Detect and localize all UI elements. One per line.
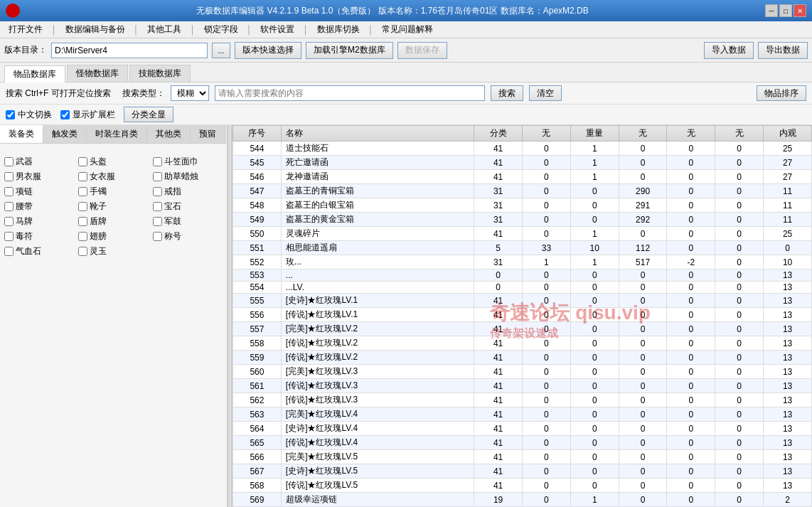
cell-value[interactable]: 1	[570, 255, 619, 269]
cell-value[interactable]: 0	[570, 450, 619, 464]
cat-lingyu[interactable]: 灵玉	[77, 245, 149, 258]
cell-value[interactable]: 0	[715, 198, 764, 213]
cell-value[interactable]: 41	[474, 156, 523, 170]
cell-value[interactable]: 0	[715, 156, 764, 170]
cell-value[interactable]: 27	[764, 170, 812, 184]
table-row[interactable]: 553...00000013	[233, 269, 812, 282]
cell-value[interactable]: 1	[522, 255, 570, 269]
table-row[interactable]: 559[传说]★红玫瑰LV.2410000013	[233, 351, 812, 365]
cell-value[interactable]: 25	[764, 227, 812, 241]
cell-value[interactable]: 0	[522, 322, 570, 336]
table-row[interactable]: 566[完美]★红玫瑰LV.5410000013	[233, 450, 812, 464]
table-row[interactable]: 552玫...3111517-2010	[233, 255, 812, 269]
table-row[interactable]: 567[史诗]★红玫瑰LV.5410000013	[233, 464, 812, 479]
cell-value[interactable]: 1	[570, 227, 619, 241]
cell-value[interactable]: 0	[570, 308, 619, 322]
cell-value[interactable]: 0	[570, 351, 619, 365]
cell-name[interactable]: 相思能道遥扇	[281, 241, 474, 255]
minimize-btn[interactable]: ─	[765, 4, 778, 17]
cell-value[interactable]: 0	[619, 464, 667, 479]
cat-bracelet[interactable]: 手镯	[77, 185, 149, 198]
menu-data-edit[interactable]: 数据编辑与备份	[60, 22, 131, 37]
cell-value[interactable]: 31	[474, 198, 523, 213]
cell-value[interactable]: 0	[522, 294, 570, 308]
cell-value[interactable]: 0	[715, 393, 764, 407]
cell-value[interactable]: 0	[570, 336, 619, 351]
cell-value[interactable]: 13	[764, 269, 812, 282]
cell-value[interactable]: 0	[619, 450, 667, 464]
cell-value[interactable]: 0	[522, 436, 570, 450]
cell-value[interactable]: 11	[764, 213, 812, 227]
cell-value[interactable]: 0	[715, 282, 764, 294]
cell-name[interactable]: [史诗]★红玫瑰LV.1	[281, 294, 474, 308]
cell-value[interactable]: 13	[764, 365, 812, 379]
cell-seq[interactable]: 553	[233, 269, 282, 282]
cell-value[interactable]: 0	[522, 479, 570, 493]
cell-value[interactable]: 0	[522, 227, 570, 241]
cell-value[interactable]: 0	[715, 436, 764, 450]
cell-seq[interactable]: 558	[233, 336, 282, 351]
cell-value[interactable]: 0	[667, 365, 715, 379]
cat-bloodstone[interactable]: 气血石	[3, 245, 75, 258]
cell-value[interactable]: 0	[715, 450, 764, 464]
cell-name[interactable]: 盗墓王的白银宝箱	[281, 198, 474, 213]
table-row[interactable]: 569超级幸运项链19010002	[233, 493, 812, 507]
cell-value[interactable]: 0	[570, 322, 619, 336]
cell-value[interactable]: 0	[522, 282, 570, 294]
menu-settings[interactable]: 软件设置	[255, 22, 300, 37]
cell-value[interactable]: 41	[474, 170, 523, 184]
cell-seq[interactable]: 560	[233, 365, 282, 379]
cell-value[interactable]: 0	[619, 308, 667, 322]
cell-seq[interactable]: 557	[233, 322, 282, 336]
cell-value[interactable]: 0	[522, 365, 570, 379]
cell-value[interactable]: 25	[764, 142, 812, 156]
cell-value[interactable]: 41	[474, 407, 523, 422]
cell-name[interactable]: [传说]★红玫瑰LV.4	[281, 436, 474, 450]
cell-value[interactable]: 0	[715, 407, 764, 422]
cell-name[interactable]: [传说]★红玫瑰LV.1	[281, 308, 474, 322]
cell-value[interactable]: 0	[619, 322, 667, 336]
cat-hat[interactable]: 斗笠面巾	[151, 155, 224, 169]
cat-horse[interactable]: 马牌	[3, 215, 75, 228]
cell-value[interactable]: 0	[619, 365, 667, 379]
cell-seq[interactable]: 545	[233, 156, 282, 170]
table-row[interactable]: 544道士技能石410100025	[233, 142, 812, 156]
table-row[interactable]: 546龙神邀请函410100027	[233, 170, 812, 184]
cell-name[interactable]: [传说]★红玫瑰LV.3	[281, 379, 474, 393]
table-row[interactable]: 557[完美]★红玫瑰LV.2410000013	[233, 322, 812, 336]
cell-name[interactable]: ...	[281, 269, 474, 282]
cell-name[interactable]: [史诗]★红玫瑰LV.5	[281, 464, 474, 479]
cell-value[interactable]: 0	[522, 198, 570, 213]
cell-value[interactable]: 0	[570, 464, 619, 479]
cell-value[interactable]: 41	[474, 322, 523, 336]
cell-value[interactable]: 13	[764, 322, 812, 336]
cell-value[interactable]: 0	[667, 241, 715, 255]
sort-btn[interactable]: 物品排序	[757, 85, 806, 101]
table-row[interactable]: 550灵魂碎片410100025	[233, 227, 812, 241]
cell-value[interactable]: 13	[764, 294, 812, 308]
table-container[interactable]: 奇速论坛 qisu.vip 传奇架设速成 序号 名称 分类 无 重量 无	[232, 125, 812, 507]
cell-value[interactable]: 13	[764, 407, 812, 422]
cell-value[interactable]: 0	[522, 422, 570, 436]
cell-seq[interactable]: 568	[233, 479, 282, 493]
cell-value[interactable]: 0	[522, 464, 570, 479]
cell-value[interactable]: 0	[570, 393, 619, 407]
cell-value[interactable]: 0	[715, 365, 764, 379]
cell-value[interactable]: 13	[764, 308, 812, 322]
cell-value[interactable]: 0	[619, 479, 667, 493]
cell-value[interactable]: 0	[570, 379, 619, 393]
cell-value[interactable]: 0	[619, 269, 667, 282]
cell-value[interactable]: 0	[570, 479, 619, 493]
cell-value[interactable]: 0	[522, 213, 570, 227]
cell-name[interactable]: [传说]★红玫瑰LV.3	[281, 393, 474, 407]
table-row[interactable]: 547盗墓王的青铜宝箱31002900011	[233, 184, 812, 198]
cell-value[interactable]: 0	[619, 379, 667, 393]
cell-value[interactable]: 0	[522, 269, 570, 282]
cell-value[interactable]: 0	[619, 407, 667, 422]
cell-value[interactable]: 0	[667, 198, 715, 213]
cell-value[interactable]: 0	[522, 379, 570, 393]
cell-value[interactable]: 0	[570, 269, 619, 282]
cell-value[interactable]: 0	[667, 282, 715, 294]
cell-value[interactable]: 0	[715, 241, 764, 255]
cell-value[interactable]: 0	[667, 294, 715, 308]
